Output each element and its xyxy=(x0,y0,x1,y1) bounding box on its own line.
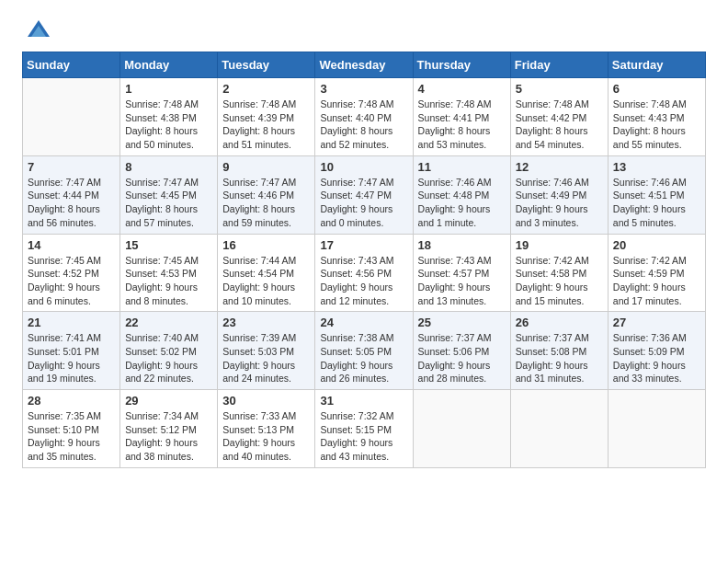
day-number: 2 xyxy=(222,82,310,96)
calendar-cell: 5Sunrise: 7:48 AM Sunset: 4:42 PM Daylig… xyxy=(510,78,608,156)
day-number: 20 xyxy=(613,238,700,252)
day-info: Sunrise: 7:45 AM Sunset: 4:52 PM Dayligh… xyxy=(28,254,115,308)
calendar-cell xyxy=(510,390,608,468)
day-info: Sunrise: 7:35 AM Sunset: 5:10 PM Dayligh… xyxy=(28,409,115,464)
day-info: Sunrise: 7:46 AM Sunset: 4:49 PM Dayligh… xyxy=(516,176,603,230)
calendar-cell: 30Sunrise: 7:33 AM Sunset: 5:13 PM Dayli… xyxy=(218,390,315,468)
calendar-cell xyxy=(23,78,120,156)
day-info: Sunrise: 7:43 AM Sunset: 4:57 PM Dayligh… xyxy=(418,254,506,308)
day-of-week-wednesday: Wednesday xyxy=(315,52,413,78)
day-of-week-friday: Friday xyxy=(510,52,608,78)
calendar-cell: 20Sunrise: 7:42 AM Sunset: 4:59 PM Dayli… xyxy=(608,234,705,312)
calendar-cell xyxy=(413,390,510,468)
day-info: Sunrise: 7:45 AM Sunset: 4:53 PM Dayligh… xyxy=(125,254,212,308)
day-number: 19 xyxy=(516,238,603,252)
day-number: 3 xyxy=(320,82,407,96)
day-number: 23 xyxy=(222,316,310,329)
day-number: 18 xyxy=(418,238,506,252)
day-info: Sunrise: 7:48 AM Sunset: 4:41 PM Dayligh… xyxy=(418,98,506,152)
day-number: 30 xyxy=(222,394,310,408)
day-number: 5 xyxy=(516,82,603,96)
day-number: 12 xyxy=(516,160,603,174)
day-number: 10 xyxy=(320,160,407,174)
day-info: Sunrise: 7:38 AM Sunset: 5:05 PM Dayligh… xyxy=(320,331,407,385)
day-info: Sunrise: 7:43 AM Sunset: 4:56 PM Dayligh… xyxy=(320,254,407,308)
day-info: Sunrise: 7:36 AM Sunset: 5:09 PM Dayligh… xyxy=(613,331,700,385)
day-info: Sunrise: 7:33 AM Sunset: 5:13 PM Dayligh… xyxy=(222,409,310,464)
calendar-week-row: 7Sunrise: 7:47 AM Sunset: 4:44 PM Daylig… xyxy=(23,155,706,234)
calendar-cell: 31Sunrise: 7:32 AM Sunset: 5:15 PM Dayli… xyxy=(315,390,413,468)
calendar-cell: 28Sunrise: 7:35 AM Sunset: 5:10 PM Dayli… xyxy=(23,390,120,468)
day-info: Sunrise: 7:48 AM Sunset: 4:42 PM Dayligh… xyxy=(516,98,603,152)
calendar-week-row: 21Sunrise: 7:41 AM Sunset: 5:01 PM Dayli… xyxy=(23,312,706,390)
calendar-cell: 16Sunrise: 7:44 AM Sunset: 4:54 PM Dayli… xyxy=(218,234,315,312)
day-number: 4 xyxy=(418,82,506,96)
calendar-header-row: SundayMondayTuesdayWednesdayThursdayFrid… xyxy=(23,52,706,78)
calendar-cell: 19Sunrise: 7:42 AM Sunset: 4:58 PM Dayli… xyxy=(510,234,608,312)
day-info: Sunrise: 7:37 AM Sunset: 5:06 PM Dayligh… xyxy=(418,331,506,385)
calendar-cell: 14Sunrise: 7:45 AM Sunset: 4:52 PM Dayli… xyxy=(23,234,120,312)
calendar-cell: 7Sunrise: 7:47 AM Sunset: 4:44 PM Daylig… xyxy=(23,155,120,234)
calendar-week-row: 14Sunrise: 7:45 AM Sunset: 4:52 PM Dayli… xyxy=(23,234,706,312)
calendar-cell: 9Sunrise: 7:47 AM Sunset: 4:46 PM Daylig… xyxy=(218,155,315,234)
day-info: Sunrise: 7:34 AM Sunset: 5:12 PM Dayligh… xyxy=(125,409,212,464)
day-of-week-saturday: Saturday xyxy=(608,52,705,78)
day-number: 9 xyxy=(222,160,310,174)
calendar-cell: 18Sunrise: 7:43 AM Sunset: 4:57 PM Dayli… xyxy=(413,234,510,312)
day-number: 6 xyxy=(613,82,700,96)
day-number: 21 xyxy=(28,316,115,329)
day-of-week-tuesday: Tuesday xyxy=(218,52,315,78)
calendar-cell: 13Sunrise: 7:46 AM Sunset: 4:51 PM Dayli… xyxy=(608,155,705,234)
calendar-week-row: 1Sunrise: 7:48 AM Sunset: 4:38 PM Daylig… xyxy=(23,78,706,156)
day-number: 8 xyxy=(125,160,212,174)
calendar-cell xyxy=(608,390,705,468)
day-number: 17 xyxy=(320,238,407,252)
day-number: 27 xyxy=(613,316,700,329)
calendar-cell: 11Sunrise: 7:46 AM Sunset: 4:48 PM Dayli… xyxy=(413,155,510,234)
day-number: 24 xyxy=(320,316,407,329)
calendar-cell: 1Sunrise: 7:48 AM Sunset: 4:38 PM Daylig… xyxy=(120,78,218,156)
day-info: Sunrise: 7:48 AM Sunset: 4:40 PM Dayligh… xyxy=(320,98,407,152)
day-number: 26 xyxy=(516,316,603,329)
day-info: Sunrise: 7:37 AM Sunset: 5:08 PM Dayligh… xyxy=(516,331,603,385)
day-of-week-thursday: Thursday xyxy=(413,52,510,78)
day-info: Sunrise: 7:46 AM Sunset: 4:48 PM Dayligh… xyxy=(418,176,506,230)
day-number: 22 xyxy=(125,316,212,329)
calendar-cell: 8Sunrise: 7:47 AM Sunset: 4:45 PM Daylig… xyxy=(120,155,218,234)
day-number: 28 xyxy=(28,394,115,408)
calendar-cell: 15Sunrise: 7:45 AM Sunset: 4:53 PM Dayli… xyxy=(120,234,218,312)
calendar-cell: 10Sunrise: 7:47 AM Sunset: 4:47 PM Dayli… xyxy=(315,155,413,234)
page-header xyxy=(22,18,706,44)
day-number: 25 xyxy=(418,316,506,329)
day-number: 14 xyxy=(28,238,115,252)
day-info: Sunrise: 7:32 AM Sunset: 5:15 PM Dayligh… xyxy=(320,409,407,464)
logo xyxy=(22,18,51,44)
calendar-cell: 27Sunrise: 7:36 AM Sunset: 5:09 PM Dayli… xyxy=(608,312,705,390)
day-info: Sunrise: 7:47 AM Sunset: 4:45 PM Dayligh… xyxy=(125,176,212,230)
calendar-cell: 26Sunrise: 7:37 AM Sunset: 5:08 PM Dayli… xyxy=(510,312,608,390)
day-number: 11 xyxy=(418,160,506,174)
day-number: 1 xyxy=(125,82,212,96)
day-info: Sunrise: 7:40 AM Sunset: 5:02 PM Dayligh… xyxy=(125,331,212,385)
calendar-cell: 29Sunrise: 7:34 AM Sunset: 5:12 PM Dayli… xyxy=(120,390,218,468)
day-of-week-sunday: Sunday xyxy=(23,52,120,78)
day-info: Sunrise: 7:47 AM Sunset: 4:47 PM Dayligh… xyxy=(320,176,407,230)
day-info: Sunrise: 7:48 AM Sunset: 4:39 PM Dayligh… xyxy=(222,98,310,152)
day-number: 29 xyxy=(125,394,212,408)
day-number: 15 xyxy=(125,238,212,252)
day-info: Sunrise: 7:47 AM Sunset: 4:44 PM Dayligh… xyxy=(28,176,115,230)
day-number: 16 xyxy=(222,238,310,252)
calendar-cell: 3Sunrise: 7:48 AM Sunset: 4:40 PM Daylig… xyxy=(315,78,413,156)
day-info: Sunrise: 7:46 AM Sunset: 4:51 PM Dayligh… xyxy=(613,176,700,230)
day-info: Sunrise: 7:41 AM Sunset: 5:01 PM Dayligh… xyxy=(28,331,115,385)
day-info: Sunrise: 7:48 AM Sunset: 4:38 PM Dayligh… xyxy=(125,98,212,152)
calendar-cell: 24Sunrise: 7:38 AM Sunset: 5:05 PM Dayli… xyxy=(315,312,413,390)
calendar-cell: 6Sunrise: 7:48 AM Sunset: 4:43 PM Daylig… xyxy=(608,78,705,156)
calendar-cell: 25Sunrise: 7:37 AM Sunset: 5:06 PM Dayli… xyxy=(413,312,510,390)
day-info: Sunrise: 7:42 AM Sunset: 4:59 PM Dayligh… xyxy=(613,254,700,308)
calendar-cell: 21Sunrise: 7:41 AM Sunset: 5:01 PM Dayli… xyxy=(23,312,120,390)
day-number: 7 xyxy=(28,160,115,174)
calendar-week-row: 28Sunrise: 7:35 AM Sunset: 5:10 PM Dayli… xyxy=(23,390,706,468)
day-info: Sunrise: 7:42 AM Sunset: 4:58 PM Dayligh… xyxy=(516,254,603,308)
day-info: Sunrise: 7:47 AM Sunset: 4:46 PM Dayligh… xyxy=(222,176,310,230)
